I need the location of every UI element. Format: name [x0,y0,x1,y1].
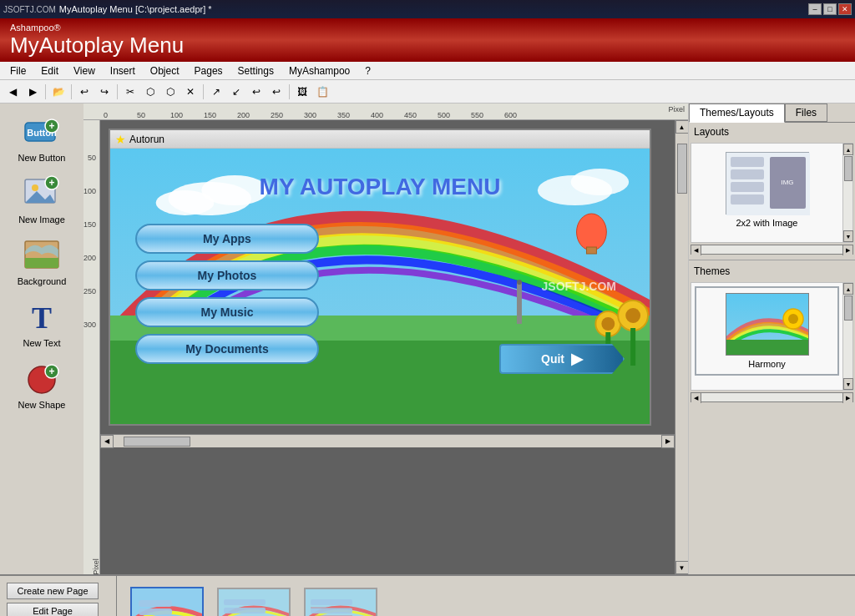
canvas-with-ruler: 50 100 150 200 250 300 Pixel ★ Autoru [83,120,688,574]
svg-rect-30 [630,328,635,366]
menu-btn-documents[interactable]: My Documents [135,334,319,364]
preview-window[interactable]: ★ Autorun [109,129,651,426]
page-image-subpage2 [304,588,377,617]
close-button[interactable]: ✕ [838,3,852,15]
menu-buttons-container: My Apps My Photos My Music My Documents [135,224,319,364]
page-image-main [130,587,204,617]
theme-harmony[interactable]: Harmony [695,286,839,376]
menu-settings[interactable]: Settings [231,63,281,78]
toolbar-align3-btn[interactable]: ↩ [247,83,266,101]
ruler-tick-0: 0 [104,111,137,119]
toolbar-align4-btn[interactable]: ↩ [267,83,286,101]
page-thumb-subpage2[interactable]: Subpage 2 [304,588,377,617]
preview-title-bar: ★ Autorun [110,130,650,149]
menu-btn-photos[interactable]: My Photos [135,260,319,290]
layouts-scroll-up[interactable]: ▲ [843,144,853,155]
toolbar-img-btn[interactable]: 🖼 [293,83,311,101]
toolbar-copy-btn[interactable]: ⬡ [141,83,159,101]
maximize-button[interactable]: □ [823,3,837,15]
themes-scroll-down[interactable]: ▼ [843,378,853,390]
tab-themes-layouts[interactable]: Themes/Layouts [689,104,785,123]
svg-rect-37 [731,194,764,204]
menu-insert[interactable]: Insert [104,63,142,78]
menu-help[interactable]: ? [358,63,377,78]
window-controls: – □ ✕ [808,3,852,15]
canvas-scroll[interactable]: ★ Autorun [100,120,675,574]
toolbar-sep-1 [45,84,46,99]
toolbar-paste-btn[interactable]: ⬡ [161,83,180,101]
svg-rect-47 [139,600,172,607]
pages-row: Main Page Subpage [117,576,855,616]
h-scrollbar[interactable]: ◀ ▶ [100,434,675,447]
v-scrollbar-track [677,135,687,559]
title-bar-left: JSOFTJ.COM MyAutoplay Menu [C:\project.a… [3,4,212,14]
ruler-left: 50 100 150 200 250 300 Pixel [83,120,100,574]
quit-arrow-icon: ▶ [571,350,583,368]
quit-button[interactable]: Quit ▶ [499,344,625,374]
toolbar-sep-2 [71,84,72,99]
toolbar-fwd-btn[interactable]: ▶ [23,83,42,101]
toolbar-cut-btn[interactable]: ✂ [121,83,139,101]
scroll-left-btn[interactable]: ◀ [100,435,114,448]
new-text-icon: T [22,296,62,336]
menu-preview-background: MY AUTOPLAY MENU JSOFTJ.COM My Apps My P… [110,149,650,424]
ruler-tick-50: 50 [137,111,170,119]
h-scrollbar-thumb[interactable] [124,437,190,447]
layouts-scroll-down[interactable]: ▼ [843,230,853,242]
toolbar-sep-5 [289,84,290,99]
menu-pages[interactable]: Pages [188,63,230,78]
scroll-down-btn[interactable]: ▼ [675,561,689,574]
v-scrollbar-thumb[interactable] [677,144,687,194]
new-button-icon: Button + [22,111,62,151]
svg-point-18 [156,190,215,215]
themes-scroll-left[interactable]: ◀ [691,393,701,403]
toolbar-back-btn[interactable]: ◀ [3,83,22,101]
page-thumb-main[interactable]: Main Page [130,587,204,617]
menu-file[interactable]: File [3,63,33,78]
ruler-tick-400: 400 [371,111,404,119]
menu-btn-apps[interactable]: My Apps [135,224,319,254]
tool-new-image[interactable]: + New Image [5,169,78,229]
tool-background[interactable]: Background [5,230,78,290]
layouts-scroll-thumb[interactable] [844,156,852,181]
menu-edit[interactable]: Edit [34,63,65,78]
svg-text:+: + [48,120,54,132]
create-new-page-button[interactable]: Create new Page [7,583,99,599]
layouts-scroll-left[interactable]: ◀ [691,245,701,255]
edit-page-button[interactable]: Edit Page [7,603,99,616]
scroll-up-btn[interactable]: ▲ [675,120,689,134]
menu-view[interactable]: View [67,63,102,78]
toolbar-undo-btn[interactable]: ↩ [75,83,94,101]
toolbar-delete-btn[interactable]: ✕ [181,83,200,101]
svg-text:T: T [32,301,52,335]
page-thumb-subpage1[interactable]: Subpage [217,588,291,617]
themes-h-scrollbar[interactable]: ◀ ▶ [691,392,853,402]
scroll-right-btn[interactable]: ▶ [661,435,675,448]
svg-rect-35 [731,169,764,179]
toolbar-open-btn[interactable]: 📂 [49,83,68,101]
themes-scroll-up[interactable]: ▲ [843,283,853,295]
svg-point-31 [601,317,615,331]
toolbar-clip-btn[interactable]: 📋 [313,83,331,101]
svg-point-20 [571,169,630,195]
new-image-label: New Image [18,215,65,225]
themes-scroll-right[interactable]: ▶ [842,393,852,403]
themes-scroll-thumb[interactable] [844,295,852,321]
svg-rect-36 [731,182,764,192]
menu-object[interactable]: Object [144,63,186,78]
toolbar-redo-btn[interactable]: ↪ [95,83,114,101]
app-logo: Ashampoo® MyAutoplay Menu [10,23,184,58]
layouts-scroll-right[interactable]: ▶ [842,245,852,255]
layouts-h-scrollbar[interactable]: ◀ ▶ [691,245,853,255]
layout-item-2x2[interactable]: IMG 2x2 with Image [721,147,814,233]
tab-files[interactable]: Files [785,104,827,122]
menu-btn-music[interactable]: My Music [135,297,319,327]
menu-myashampoo[interactable]: MyAshampoo [282,63,357,78]
toolbar-align2-btn[interactable]: ↙ [227,83,245,101]
themes-scroll-track [843,295,852,378]
tool-new-text[interactable]: T New Text [5,292,78,352]
tool-new-button[interactable]: Button + New Button [5,107,78,167]
minimize-button[interactable]: – [808,3,822,15]
toolbar-align1-btn[interactable]: ↗ [207,83,225,101]
tool-new-shape[interactable]: + New Shape [5,354,78,414]
